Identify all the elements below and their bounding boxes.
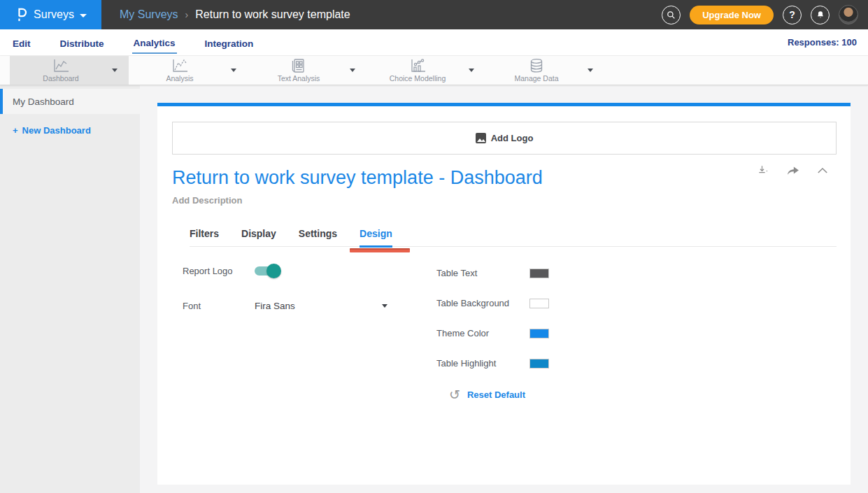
tab-display[interactable]: Display <box>241 228 276 246</box>
nav-item-analytics[interactable]: Analytics <box>132 31 177 54</box>
survey-nav: Edit Distribute Analytics Integration Re… <box>0 29 868 55</box>
plus-icon: + <box>13 125 18 136</box>
product-switcher[interactable]: Surveys <box>0 0 101 29</box>
analysis-chart-icon <box>171 58 189 73</box>
table-highlight-label: Table Highlight <box>436 358 529 369</box>
toolbar-item-manage-data[interactable]: Manage Data <box>485 56 604 85</box>
theme-color-swatch[interactable] <box>529 329 549 338</box>
add-description-placeholder[interactable]: Add Description <box>172 195 837 206</box>
toggle-knob <box>266 264 281 278</box>
help-button[interactable]: ? <box>783 6 802 24</box>
table-text-label: Table Text <box>436 268 529 278</box>
nav-item-edit[interactable]: Edit <box>11 32 32 53</box>
reset-icon: ↺ <box>449 388 460 401</box>
questionpro-logo-icon <box>15 6 28 23</box>
toolbar-item-dashboard[interactable]: Dashboard <box>10 56 129 85</box>
table-background-color-swatch[interactable] <box>529 299 549 308</box>
design-tab-highlight-marker <box>350 248 410 252</box>
add-logo-dropzone[interactable]: Add Logo <box>172 122 837 155</box>
manage-data-dropdown-caret[interactable] <box>588 69 593 72</box>
theme-color-label: Theme Color <box>436 328 529 338</box>
breadcrumb-my-surveys[interactable]: My Surveys <box>120 8 178 21</box>
nav-item-integration[interactable]: Integration <box>204 32 255 53</box>
choice-modelling-icon <box>408 58 427 73</box>
main-content-area: Add Logo Return to work survey template … <box>140 85 868 493</box>
notifications-button[interactable] <box>811 6 830 24</box>
dashboard-chart-icon <box>52 58 70 73</box>
share-button[interactable] <box>786 164 800 177</box>
chevron-down-icon <box>382 304 387 308</box>
download-icon <box>757 164 769 177</box>
product-name: Surveys <box>34 8 74 21</box>
font-selected-value: Fira Sans <box>255 301 295 311</box>
new-dashboard-button[interactable]: + New Dashboard <box>0 114 140 136</box>
design-form: Report Logo Font Fira Sans Table Text <box>183 266 837 401</box>
search-icon <box>666 10 676 20</box>
font-label: Font <box>183 301 249 311</box>
breadcrumb-separator: › <box>185 9 189 20</box>
toolbar-item-analysis[interactable]: Analysis <box>129 56 248 85</box>
settings-tabs: Filters Display Settings Design <box>190 228 837 247</box>
top-header: Surveys My Surveys › Return to work surv… <box>0 0 868 29</box>
text-analysis-icon <box>290 58 307 73</box>
toolbar-item-choice-modelling[interactable]: Choice Modelling <box>367 56 485 85</box>
chevron-down-icon <box>80 14 87 17</box>
font-select[interactable]: Fira Sans <box>255 301 387 311</box>
header-actions: Upgrade Now ? <box>662 5 868 24</box>
report-logo-toggle[interactable] <box>255 266 280 276</box>
table-background-label: Table Background <box>436 298 529 308</box>
dashboard-dropdown-caret[interactable] <box>112 69 118 72</box>
breadcrumb-current-survey: Return to work survey template <box>195 8 350 21</box>
collapse-button[interactable] <box>817 166 828 175</box>
question-mark-icon: ? <box>789 9 795 20</box>
tab-settings[interactable]: Settings <box>299 228 337 246</box>
responses-count[interactable]: Responses: 100 <box>788 37 857 48</box>
dashboard-card: Add Logo Return to work survey template … <box>157 103 851 485</box>
tab-design[interactable]: Design <box>360 228 392 248</box>
dashboard-sidebar: My Dashboard + New Dashboard <box>0 85 140 493</box>
bell-icon <box>816 10 825 20</box>
dashboard-title[interactable]: Return to work survey template - Dashboa… <box>172 167 746 189</box>
text-analysis-dropdown-caret[interactable] <box>350 69 355 72</box>
analytics-toolbar: Dashboard Analysis Text Analysis <box>0 55 868 85</box>
choice-modelling-dropdown-caret[interactable] <box>469 69 474 72</box>
share-icon <box>786 164 800 177</box>
theme-color-bar <box>157 103 851 106</box>
sidebar-item-my-dashboard[interactable]: My Dashboard <box>0 89 140 114</box>
reset-default-button[interactable]: ↺ Reset Default <box>449 388 549 401</box>
user-avatar[interactable] <box>839 5 858 24</box>
toolbar-item-text-analysis[interactable]: Text Analysis <box>248 56 367 85</box>
download-button[interactable] <box>757 164 769 177</box>
image-icon <box>476 133 486 143</box>
tab-filters[interactable]: Filters <box>190 228 219 246</box>
database-icon <box>528 58 545 73</box>
table-highlight-color-swatch[interactable] <box>529 359 549 369</box>
upgrade-now-button[interactable]: Upgrade Now <box>690 6 774 24</box>
breadcrumb: My Surveys › Return to work survey templ… <box>120 8 350 21</box>
report-logo-label: Report Logo <box>183 266 249 276</box>
table-text-color-swatch[interactable] <box>529 269 549 278</box>
nav-item-distribute[interactable]: Distribute <box>59 32 106 53</box>
search-button[interactable] <box>662 6 681 24</box>
chevron-up-icon <box>817 166 828 175</box>
dashboard-actions <box>757 164 828 177</box>
analysis-dropdown-caret[interactable] <box>231 69 236 72</box>
